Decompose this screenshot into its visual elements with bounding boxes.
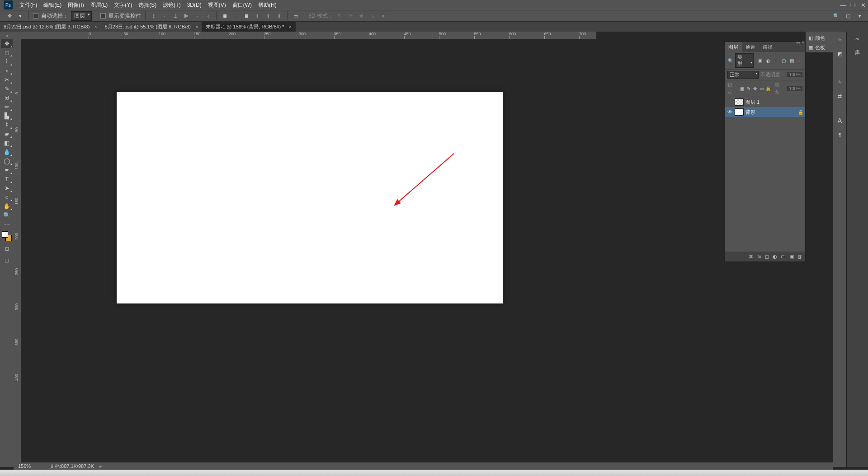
menu-item[interactable]: 图层(L) (87, 0, 111, 10)
menu-item[interactable]: 3D(D) (184, 0, 205, 10)
visibility-icon[interactable]: 👁 (726, 109, 733, 115)
filter-smart-icon[interactable]: ▤ (788, 57, 794, 64)
pen-tool[interactable]: ✒ (1, 165, 13, 174)
align-bottom-icon[interactable]: ⟘ (171, 12, 179, 20)
zoom-level[interactable]: 156% (14, 463, 41, 469)
close-icon[interactable]: ✕ (858, 0, 868, 10)
group-icon[interactable]: 🗀 (781, 254, 786, 259)
menu-item[interactable]: 文件(F) (16, 0, 40, 10)
close-tab-icon[interactable]: × (289, 24, 292, 29)
document-tab[interactable]: 未标题-1 @ 156% (背景, RGB/8#) *× (202, 22, 296, 32)
toolbox-handle-icon[interactable]: ◂▸ (5, 33, 8, 38)
marquee-tool[interactable]: ◻ (1, 48, 13, 57)
lasso-tool[interactable]: ⌇ (1, 57, 13, 66)
distribute-bottom-icon[interactable]: ≣ (242, 12, 250, 20)
layer-name[interactable]: 背景 (745, 109, 755, 116)
hand-tool[interactable]: ✋ (1, 201, 13, 210)
distribute-vcenter-icon[interactable]: ≡ (231, 12, 240, 20)
delete-layer-icon[interactable]: 🗑 (797, 254, 802, 259)
panel-collapse-icon[interactable]: ◂◂ ✕ (796, 40, 805, 45)
close-tab-icon[interactable]: × (195, 24, 198, 29)
zoom-tool[interactable]: 🔍 (1, 210, 13, 219)
filter-kind-dropdown[interactable]: 类型 (735, 53, 754, 68)
document-size[interactable]: 文档:807.1K/987.3K (41, 463, 94, 470)
menu-item[interactable]: 编辑(E) (40, 0, 65, 10)
shape-tool[interactable]: ○ (1, 192, 13, 201)
blend-mode-dropdown[interactable]: 正常 (727, 71, 759, 79)
blur-tool[interactable]: 💧 (1, 147, 13, 156)
panel-shortcut[interactable]: ◧颜色 (806, 33, 833, 43)
text-tool[interactable]: T (1, 174, 13, 183)
auto-align-icon[interactable]: ▭ (292, 12, 300, 20)
new-layer-icon[interactable]: ▣ (789, 254, 794, 260)
auto-select-checkbox[interactable] (33, 13, 38, 19)
brushes-icon[interactable]: ≋ (835, 77, 845, 87)
link-layers-icon[interactable]: ⌘ (749, 254, 754, 260)
fx-icon[interactable]: fx (757, 254, 761, 259)
distribute-top-icon[interactable]: ≣ (221, 12, 229, 20)
crop-tool[interactable]: ✂ (1, 75, 13, 84)
align-left-icon[interactable]: ⊫ (182, 12, 190, 20)
tab-paths[interactable]: 路径 (759, 42, 776, 52)
minimize-icon[interactable]: — (838, 0, 848, 10)
document-canvas[interactable] (117, 92, 503, 303)
paragraph-icon[interactable]: ¶ (835, 130, 845, 140)
lock-trans-icon[interactable]: ▦ (740, 85, 745, 92)
distribute-left-icon[interactable]: ⦀ (253, 12, 261, 20)
history-brush-tool[interactable]: ꖎ (1, 120, 13, 129)
distribute-hcenter-icon[interactable]: ⦀ (264, 12, 272, 20)
workspace-icon[interactable]: ▢ (844, 11, 853, 20)
distribute-right-icon[interactable]: ⦀ (275, 12, 283, 20)
layer-row[interactable]: 图层 1 (725, 97, 805, 107)
workspace-menu-icon[interactable]: ▾ (855, 11, 864, 20)
align-vcenter-icon[interactable]: ⫠ (160, 12, 169, 20)
align-hcenter-icon[interactable]: ⫟ (193, 12, 201, 20)
menu-item[interactable]: 图像(I) (65, 0, 87, 10)
menu-item[interactable]: 窗口(W) (229, 0, 255, 10)
magic-wand-tool[interactable]: ⋆ (1, 66, 13, 75)
opacity-value[interactable]: 100% (787, 72, 802, 77)
document-tab[interactable]: 8月22日.psd @ 12.6% (图层 3, RGB/8)× (0, 22, 101, 32)
canvas-stage[interactable] (21, 39, 596, 462)
fill-value[interactable]: 100% (787, 86, 802, 91)
align-right-icon[interactable]: ⫞ (204, 12, 212, 20)
menu-item[interactable]: 文字(Y) (111, 0, 135, 10)
tab-layers[interactable]: 图层 (725, 42, 742, 52)
tab-channels[interactable]: 通道 (742, 42, 759, 52)
lock-artboard-icon[interactable]: ▭ (759, 85, 764, 92)
foreground-color-swatch[interactable] (2, 231, 8, 238)
layer-thumbnail[interactable] (735, 98, 744, 106)
styles-icon[interactable]: ◩ (835, 49, 845, 59)
filter-pixel-icon[interactable]: ▣ (757, 57, 763, 64)
character-icon[interactable]: A (835, 116, 845, 126)
layer-name[interactable]: 图层 1 (745, 99, 760, 106)
eyedropper-tool[interactable]: ✎ (1, 84, 13, 93)
cc-libraries-icon[interactable]: ∞ (852, 34, 863, 43)
menu-item[interactable]: 帮助(H) (255, 0, 280, 10)
dodge-tool[interactable]: ◯ (1, 156, 13, 165)
panel-shortcut[interactable]: ▦色板 (806, 43, 833, 52)
brush-tool[interactable]: ✏ (1, 102, 13, 111)
eraser-tool[interactable]: ▰ (1, 129, 13, 138)
menu-item[interactable]: 滤镜(T) (160, 0, 184, 10)
search-layers-icon[interactable]: 🔍 (727, 57, 733, 64)
layer-row[interactable]: 👁背景🔒 (725, 107, 805, 117)
mask-icon[interactable]: ◻ (765, 254, 769, 260)
move-tool-icon[interactable]: ✥ (5, 12, 14, 20)
gradient-tool[interactable]: ◧ (1, 138, 13, 147)
horizontal-ruler[interactable]: 0501001502002503003504004505005506006507… (14, 32, 596, 39)
healing-brush-tool[interactable]: ⛨ (1, 93, 13, 102)
filter-shape-icon[interactable]: ▢ (781, 57, 787, 64)
path-select-tool[interactable]: ➤ (1, 183, 13, 192)
edit-toolbar-icon[interactable]: ⋯ (1, 219, 13, 229)
auto-select-dropdown[interactable]: 图层 (71, 11, 92, 21)
quick-mask-icon[interactable]: ◻ (1, 244, 13, 253)
lock-all-icon[interactable]: 🔒 (765, 85, 771, 92)
layer-comps-icon[interactable]: ⇄ (835, 91, 845, 101)
search-icon[interactable]: 🔍 (832, 11, 841, 20)
close-tab-icon[interactable]: × (94, 24, 97, 29)
adjustments-icon[interactable]: ⟐ (835, 34, 845, 44)
filter-adjust-icon[interactable]: ◐ (765, 57, 771, 64)
screen-mode-icon[interactable]: ▢ (1, 256, 13, 265)
align-top-icon[interactable]: ⟟ (150, 12, 158, 20)
